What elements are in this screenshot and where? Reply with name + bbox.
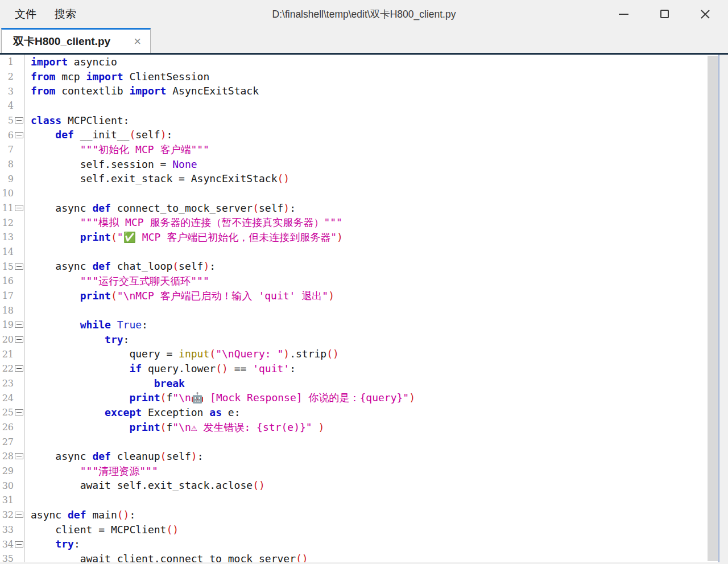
- line-number: 5: [8, 115, 14, 126]
- code-line[interactable]: print("✅ MCP 客户端已初始化，但未连接到服务器"): [31, 230, 707, 245]
- close-button[interactable]: [696, 5, 714, 23]
- line-number: 8: [8, 159, 14, 170]
- code-line[interactable]: try:: [31, 332, 707, 347]
- fold-toggle-icon[interactable]: [15, 322, 23, 328]
- window-controls: [614, 5, 728, 23]
- code-line[interactable]: """清理资源""": [31, 464, 707, 479]
- code-line[interactable]: print(f"\n🤖 [Mock Response] 你说的是：{query}…: [31, 390, 707, 405]
- code-line[interactable]: [31, 303, 707, 318]
- code-line[interactable]: class MCPClient:: [31, 113, 707, 128]
- code-line[interactable]: import asyncio: [31, 55, 707, 69]
- code-line[interactable]: async def cleanup(self):: [31, 449, 707, 464]
- code-line[interactable]: while True:: [31, 318, 707, 332]
- code-line[interactable]: [31, 434, 707, 449]
- line-number: 34: [2, 539, 14, 550]
- code-line[interactable]: print(f"\n⚠ 发生错误: {str(e)}" ): [31, 420, 707, 435]
- gutter-row: 34: [0, 537, 24, 551]
- code-line[interactable]: self.exit_stack = AsyncExitStack(): [31, 171, 707, 186]
- gutter-row: 35: [0, 551, 24, 562]
- gutter-row: 29: [0, 464, 24, 479]
- line-number: 17: [2, 290, 14, 301]
- gutter-row: 12: [0, 215, 24, 230]
- code-line[interactable]: await client.connect_to_mock_server(): [31, 551, 707, 562]
- code-line[interactable]: [31, 245, 707, 260]
- code-line[interactable]: try:: [31, 537, 707, 551]
- code-editor: 1234567891011121314151617181920212223242…: [0, 55, 719, 562]
- gutter-row: 25: [0, 405, 24, 420]
- gutter-row: 14: [0, 245, 24, 260]
- code-line[interactable]: print("\nMCP 客户端已启动！输入 'quit' 退出"): [31, 289, 707, 303]
- fold-toggle-icon[interactable]: [15, 132, 23, 138]
- fold-slot: [15, 146, 23, 153]
- tab-close-icon[interactable]: ×: [133, 35, 142, 48]
- gutter-row: 3: [0, 84, 24, 98]
- code-line[interactable]: """运行交互式聊天循环""": [31, 274, 707, 289]
- gutter-row: 32: [0, 508, 24, 522]
- code-line[interactable]: query = input("\nQuery: ").strip(): [31, 347, 707, 361]
- gutter-row: 5: [0, 113, 24, 128]
- code-line[interactable]: break: [31, 376, 707, 391]
- gutter-row: 23: [0, 376, 24, 391]
- scrollbar-thumb[interactable]: [708, 56, 718, 561]
- fold-toggle-icon[interactable]: [15, 365, 23, 372]
- fold-slot: [15, 468, 23, 474]
- close-icon: [700, 9, 710, 19]
- minimize-button[interactable]: [614, 5, 632, 23]
- gutter-row: 4: [0, 98, 24, 113]
- code-line[interactable]: """初始化 MCP 客户端""": [31, 142, 707, 157]
- code-area[interactable]: import asynciofrom mcp import ClientSess…: [25, 55, 707, 562]
- gutter-row: 7: [0, 142, 24, 157]
- menu-file[interactable]: 文件: [15, 7, 36, 22]
- fold-slot: [15, 293, 23, 299]
- line-number: 28: [2, 451, 14, 462]
- gutter-row: 24: [0, 390, 24, 405]
- line-number: 6: [8, 130, 14, 141]
- code-line[interactable]: from contextlib import AsyncExitStack: [31, 84, 707, 98]
- fold-toggle-icon[interactable]: [15, 512, 23, 518]
- line-number: 16: [2, 275, 14, 286]
- code-line[interactable]: [31, 98, 707, 113]
- fold-toggle-icon[interactable]: [15, 453, 23, 459]
- fold-toggle-icon[interactable]: [15, 541, 23, 547]
- fold-toggle-icon[interactable]: [15, 336, 23, 343]
- gutter-row: 1: [0, 55, 24, 69]
- fold-toggle-icon[interactable]: [15, 205, 23, 211]
- gutter-row: 11: [0, 201, 24, 216]
- code-line[interactable]: from mcp import ClientSession: [31, 69, 707, 84]
- line-number-gutter: 1234567891011121314151617181920212223242…: [0, 55, 25, 562]
- code-line[interactable]: [31, 493, 707, 508]
- maximize-icon: [660, 10, 669, 18]
- code-line[interactable]: client = MCPClient(): [31, 522, 707, 537]
- code-line[interactable]: async def chat_loop(self):: [31, 259, 707, 274]
- gutter-row: 2: [0, 69, 24, 84]
- vertical-scrollbar[interactable]: [707, 55, 718, 562]
- gutter-row: 27: [0, 434, 24, 449]
- gutter-row: 31: [0, 493, 24, 508]
- fold-toggle-icon[interactable]: [15, 409, 23, 415]
- fold-slot: [15, 59, 23, 65]
- code-line[interactable]: self.session = None: [31, 157, 707, 172]
- maximize-button[interactable]: [655, 5, 673, 23]
- line-number: 12: [2, 217, 14, 228]
- fold-toggle-icon[interactable]: [15, 264, 23, 270]
- line-number: 20: [2, 334, 14, 345]
- menu-search[interactable]: 搜索: [55, 7, 76, 22]
- fold-toggle-icon[interactable]: [15, 117, 23, 123]
- code-line[interactable]: [31, 186, 707, 201]
- code-line[interactable]: if query.lower() == 'quit':: [31, 361, 707, 376]
- code-line[interactable]: except Exception as e:: [31, 405, 707, 420]
- tab-file[interactable]: 双卡H800_client.py ×: [1, 28, 151, 53]
- code-line[interactable]: def __init__(self):: [31, 127, 707, 142]
- code-line[interactable]: async def main():: [31, 508, 707, 522]
- menu-bar: 文件 搜索: [0, 7, 76, 22]
- fold-slot: [15, 483, 23, 489]
- fold-slot: [15, 278, 23, 284]
- fold-slot: [15, 88, 23, 94]
- gutter-row: 21: [0, 347, 24, 361]
- line-number: 19: [2, 319, 14, 330]
- code-line[interactable]: async def connect_to_mock_server(self):: [31, 201, 707, 216]
- code-line[interactable]: """模拟 MCP 服务器的连接（暂不连接真实服务器）""": [31, 215, 707, 230]
- gutter-row: 33: [0, 522, 24, 537]
- fold-slot: [15, 249, 23, 255]
- code-line[interactable]: await self.exit_stack.aclose(): [31, 478, 707, 493]
